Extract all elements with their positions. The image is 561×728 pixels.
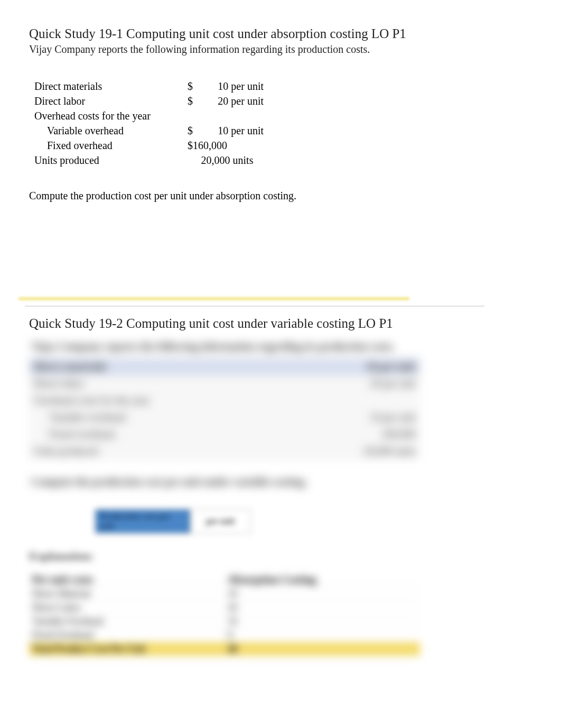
answer-label: Direct Material bbox=[29, 587, 225, 601]
answer-total-label: Total Product Cost Per Unit bbox=[29, 642, 225, 656]
currency-symbol: $ bbox=[188, 123, 198, 138]
row-direct-labor: Direct labor $ 20 per unit bbox=[34, 94, 532, 108]
answer-row: Variable Overhead 10 bbox=[29, 615, 420, 629]
qs-19-1-title: Quick Study 19-1 Computing unit cost und… bbox=[29, 26, 532, 41]
blue-answer-label: Production cost per unit bbox=[95, 509, 190, 533]
section-divider bbox=[29, 297, 532, 307]
value-fixed-overhead: $160,000 bbox=[188, 138, 267, 153]
currency-symbol: $ bbox=[188, 79, 198, 94]
blurred-row: Variable overhead 10 per unit bbox=[29, 409, 420, 426]
blurred-row: Overhead costs for the year bbox=[29, 392, 420, 409]
label-units-produced: Units produced bbox=[34, 153, 188, 168]
answer-value: 20 bbox=[225, 601, 420, 614]
blurred-value: 160,000 bbox=[331, 428, 416, 440]
answer-row: Direct Labor 20 bbox=[29, 601, 420, 615]
row-overhead-header: Overhead costs for the year bbox=[34, 108, 532, 123]
answer-row-total: Total Product Cost Per Unit 48 bbox=[29, 642, 420, 656]
answer-label: Direct Labor bbox=[29, 601, 225, 614]
currency-symbol: $ bbox=[188, 94, 198, 108]
answer-value: 10 bbox=[225, 587, 420, 601]
blurred-value: 10 per unit bbox=[331, 411, 416, 423]
blurred-row: Direct materials 10 per unit bbox=[29, 358, 420, 375]
blurred-value: 20,000 units bbox=[331, 445, 416, 457]
question-text-1: Compute the production cost per unit und… bbox=[29, 190, 532, 202]
cost-table: Direct materials $ 10 per unit Direct la… bbox=[34, 79, 532, 168]
answer-value: 8 bbox=[225, 629, 420, 642]
label-overhead-header: Overhead costs for the year bbox=[34, 108, 188, 123]
blurred-value: 20 per unit bbox=[331, 377, 416, 390]
blurred-label: Direct materials bbox=[34, 361, 331, 373]
label-variable-overhead: Variable overhead bbox=[34, 123, 188, 138]
blurred-content-block: Vijay Company reports the following info… bbox=[29, 335, 532, 493]
value-variable-overhead: 10 per unit bbox=[198, 123, 267, 138]
value-direct-materials: 10 per unit bbox=[198, 79, 267, 94]
answer-input-row: Production cost per unit per unit bbox=[95, 509, 322, 533]
answer-label: Fixed Overhead bbox=[29, 629, 225, 642]
white-answer-box: per unit bbox=[190, 509, 251, 533]
answer-table-header: Per unit costs Absorption Costing bbox=[29, 573, 420, 587]
blurred-row: Fixed overhead 160,000 bbox=[29, 426, 420, 443]
blurred-value: 10 per unit bbox=[331, 361, 415, 373]
header-absorption-costing: Absorption Costing bbox=[225, 573, 420, 587]
value-direct-labor: 20 per unit bbox=[198, 94, 267, 108]
answer-value: 10 bbox=[225, 615, 420, 628]
explanation-heading: Explanation: bbox=[29, 549, 532, 563]
answer-table: Per unit costs Absorption Costing Direct… bbox=[29, 573, 420, 656]
gray-divider-line bbox=[25, 306, 484, 307]
yellow-highlight-bar bbox=[18, 297, 409, 300]
blurred-info-table: Vijay Company reports the following info… bbox=[29, 335, 420, 493]
blurred-question: Compute the production cost per unit und… bbox=[29, 471, 420, 493]
answer-row: Fixed Overhead 8 bbox=[29, 629, 420, 642]
answer-total-value: 48 bbox=[225, 642, 420, 656]
answer-row: Direct Material 10 bbox=[29, 587, 420, 601]
label-direct-labor: Direct labor bbox=[34, 94, 188, 108]
blurred-label: Overhead costs for the year bbox=[33, 394, 331, 407]
blurred-label: Variable overhead bbox=[33, 411, 331, 423]
blurred-label: Units produced bbox=[33, 445, 331, 457]
qs-19-2-title: Quick Study 19-2 Computing unit cost und… bbox=[29, 316, 532, 331]
answer-label: Variable Overhead bbox=[29, 615, 225, 628]
value-units-produced: 20,000 units bbox=[188, 153, 267, 168]
blurred-row: Direct labor 20 per unit bbox=[29, 375, 420, 392]
qs-19-1-subtitle: Vijay Company reports the following info… bbox=[29, 43, 532, 56]
label-direct-materials: Direct materials bbox=[34, 79, 188, 94]
label-fixed-overhead: Fixed overhead bbox=[34, 138, 188, 153]
blurred-label: Fixed overhead bbox=[33, 428, 331, 440]
header-per-unit-costs: Per unit costs bbox=[29, 573, 225, 587]
blurred-intro-text: Vijay Company reports the following info… bbox=[29, 335, 420, 358]
blurred-value bbox=[331, 394, 416, 407]
row-units-produced: Units produced 20,000 units bbox=[34, 153, 532, 168]
row-fixed-overhead: Fixed overhead $160,000 bbox=[34, 138, 532, 153]
row-variable-overhead: Variable overhead $ 10 per unit bbox=[34, 123, 532, 138]
blurred-row: Units produced 20,000 units bbox=[29, 443, 420, 460]
blurred-label: Direct labor bbox=[33, 377, 331, 390]
row-direct-materials: Direct materials $ 10 per unit bbox=[34, 79, 532, 94]
